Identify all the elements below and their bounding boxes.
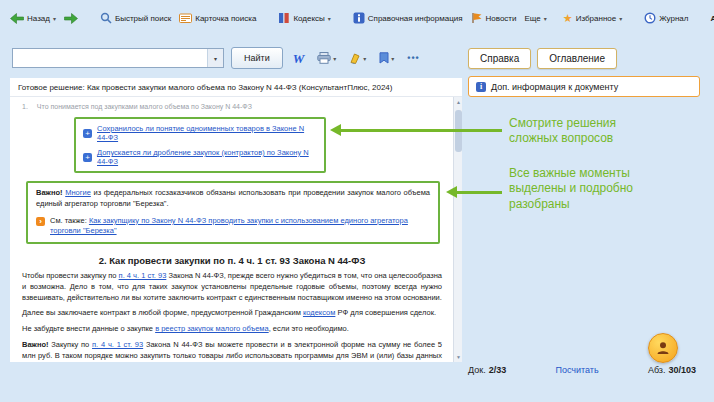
see-also-link[interactable]: Как закупщику по Закону N 44-ФЗ проводит… [50, 216, 408, 236]
quick-search-label: Быстрый поиск [115, 14, 171, 23]
paragraph-text: , если это необходимо. [269, 324, 349, 333]
paragraph-text: Далее вы заключаете контракт в любой фор… [22, 308, 303, 317]
annotation-callout-important: Все важные моменты выделены и подробно р… [509, 166, 667, 212]
bookmark-button[interactable]: ▾ [376, 50, 397, 66]
printer-icon [317, 52, 331, 64]
highlight-dropdown-caret-icon[interactable]: ▾ [363, 55, 366, 62]
ellipsis-icon: ••• [407, 53, 419, 63]
back-label: Назад [27, 14, 50, 23]
favorites-button[interactable]: ★ Избранное ▾ [563, 13, 622, 24]
important-paragraph: Важно! Многие из федеральных госзаказчик… [36, 188, 430, 210]
font-decrease-button[interactable]: А- [710, 14, 714, 23]
paragraph-text: Не забудьте внести данные о закупке [22, 324, 155, 333]
back-button[interactable]: Назад ▾ [10, 13, 56, 24]
info-icon [353, 12, 365, 24]
annotation-arrow-left-icon [340, 129, 502, 132]
bookmark-icon [379, 52, 389, 64]
print-dropdown-caret-icon[interactable]: ▾ [333, 55, 336, 62]
see-also-row[interactable]: › См. также: Как закупщику по Закону N 4… [36, 216, 430, 237]
combo-caret-icon[interactable]: ▾ [207, 49, 223, 67]
tab-contents[interactable]: Оглавление [537, 48, 617, 69]
scroll-up-icon[interactable]: ▲ [454, 97, 462, 107]
favorites-dropdown-caret-icon: ▾ [619, 15, 622, 22]
more-dropdown-caret-icon: ▾ [544, 15, 547, 22]
search-toolbar: ▾ Найти W ▾ ▾ ▾ ••• [12, 46, 423, 70]
paragraph-position-value: 30/103 [668, 365, 696, 375]
assistant-person-icon [655, 340, 671, 356]
search-card-button[interactable]: Карточка поиска [179, 12, 256, 24]
more-button[interactable]: Еще ▾ [524, 14, 546, 23]
inline-link[interactable]: в реестр закупок малого объема [155, 324, 269, 333]
important-text: из федеральных госзаказчиков обязаны исп… [36, 188, 430, 208]
paragraph-position: Абз. 30/103 [648, 365, 696, 375]
collapsed-section-text: Что понимается под закупками малого объе… [37, 103, 252, 110]
paragraph-position-label: Абз. [648, 365, 666, 375]
highlight-button[interactable]: ▾ [346, 50, 369, 66]
right-panel-tabs: Справка Оглавление [468, 48, 617, 69]
question-link[interactable]: Сохранилось ли понятие одноименных товар… [97, 124, 317, 142]
codes-label: Кодексы [293, 14, 324, 23]
document-title-bar: Готовое решение: Как провести закупки ма… [10, 78, 462, 97]
marker-icon [349, 52, 361, 64]
inline-link[interactable]: п. 4 ч. 1 ст. 93 [92, 340, 143, 349]
highlighted-questions-box: + Сохранилось ли понятие одноименных тов… [74, 117, 326, 173]
search-input[interactable] [13, 49, 207, 67]
back-arrow-icon [10, 13, 24, 24]
journal-button[interactable]: Журнал [644, 12, 688, 24]
more-label: Еще [524, 14, 540, 23]
additional-info-button[interactable]: i Доп. информация к документу [468, 76, 700, 97]
more-tools-button[interactable]: ••• [404, 51, 422, 65]
collapsed-section-number: 1. [22, 103, 28, 110]
card-icon [179, 12, 192, 24]
tab-help[interactable]: Справка [468, 48, 531, 69]
forward-button[interactable] [64, 13, 78, 24]
print-button[interactable]: ▾ [314, 50, 339, 66]
tab-help-label: Справка [480, 53, 519, 64]
inline-link[interactable]: кодексом [303, 308, 335, 317]
search-combobox[interactable]: ▾ [12, 48, 224, 68]
collapsed-section-heading[interactable]: 1. Что понимается под закупками малого о… [22, 103, 442, 110]
additional-info-label: Доп. информация к документу [491, 82, 618, 92]
search-icon [100, 12, 112, 24]
important-label: Важно! [22, 340, 49, 349]
news-button[interactable]: Новости [471, 12, 517, 24]
plus-icon: + [83, 129, 92, 138]
bookmark-dropdown-caret-icon[interactable]: ▾ [391, 55, 394, 62]
inline-link[interactable]: п. 4 ч. 1 ст. 93 [119, 271, 167, 280]
question-link-row[interactable]: + Допускается ли дробление закупок (конт… [83, 148, 317, 166]
question-link[interactable]: Допускается ли дробление закупок (контра… [97, 148, 317, 166]
quick-search-button[interactable]: Быстрый поиск [100, 12, 171, 24]
annotation-arrow-left-icon [456, 191, 502, 194]
question-link-row[interactable]: + Сохранилось ли понятие одноименных тов… [83, 124, 317, 142]
see-also-text: См. также: Как закупщику по Закону N 44-… [50, 216, 430, 237]
font-decrease-label: А- [710, 14, 714, 23]
assistant-button[interactable] [648, 333, 678, 363]
paragraph-text: Чтобы провести закупку по [22, 271, 119, 280]
tab-contents-label: Оглавление [549, 53, 605, 64]
codes-button[interactable]: Кодексы ▾ [278, 12, 330, 24]
reference-info-button[interactable]: Справочная информация [353, 12, 463, 24]
count-link[interactable]: Посчитать [555, 365, 598, 375]
reference-info-label: Справочная информация [368, 14, 463, 23]
document-pane[interactable]: 1. Что понимается под закупками малого о… [10, 97, 462, 362]
export-word-button[interactable]: W [290, 50, 308, 67]
body-paragraph: Далее вы заключаете контракт в любой фор… [22, 308, 442, 319]
word-icon: W [293, 52, 305, 65]
important-link[interactable]: Многие [65, 188, 91, 197]
codes-dropdown-caret-icon[interactable]: ▾ [328, 15, 331, 22]
scroll-down-icon[interactable]: ▼ [454, 352, 462, 362]
books-icon [278, 12, 290, 24]
find-button-label: Найти [244, 53, 270, 63]
paragraph-text: РФ для совершения сделок. [335, 308, 436, 317]
see-also-prefix: См. также: [50, 216, 87, 225]
document-scrollbar[interactable]: ▲ ▼ [453, 97, 462, 362]
back-dropdown-caret-icon[interactable]: ▾ [53, 15, 56, 22]
star-icon: ★ [563, 13, 573, 24]
find-button[interactable]: Найти [231, 47, 283, 69]
main-toolbar: Назад ▾ Быстрый поиск Карточка поиска Ко… [10, 6, 706, 30]
search-card-label: Карточка поиска [195, 14, 256, 23]
body-paragraph: Важно! Закупку по п. 4 ч. 1 ст. 93 Закон… [22, 340, 442, 362]
doc-info-icon: i [476, 82, 486, 92]
doc-position: Док. 2/33 [468, 365, 506, 375]
doc-position-value: 2/33 [489, 365, 507, 375]
